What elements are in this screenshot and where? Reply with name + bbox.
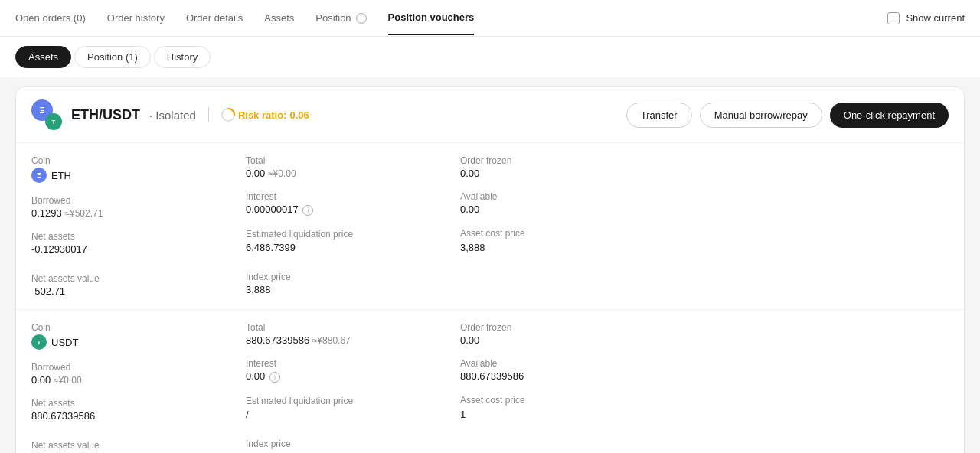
eth-net-assets-label: Net assets: [31, 231, 246, 242]
usdt-col1: Coin T USDT Borrowed 0.00 ≈¥0.00 Net a: [31, 322, 246, 453]
eth-coin-icon: Ξ: [31, 168, 47, 183]
eth-coin-value-row: Ξ ETH: [31, 168, 246, 183]
eth-coin-label: Coin: [31, 155, 246, 166]
usdt-interest-value: 0.00 i: [246, 370, 460, 383]
eth-available-row: Available 0.00: [460, 191, 675, 215]
pair-name: ETH/USDT: [71, 107, 140, 123]
usdt-order-frozen-value: 0.00: [460, 334, 675, 346]
eth-col3: Order frozen 0.00 Available 0.00 Asset c…: [460, 155, 675, 297]
usdt-asset-cost-row: Asset cost price 1: [460, 394, 675, 420]
eth-net-assets-value-amount: -502.71: [31, 285, 246, 297]
usdt-available-row: Available 880.67339586: [460, 358, 675, 382]
nav-open-orders[interactable]: Open orders (0): [15, 2, 86, 34]
header-actions: Transfer Manual borrow/repay One-click r…: [626, 103, 949, 128]
transfer-button[interactable]: Transfer: [626, 103, 692, 128]
usdt-total-value: 880.67339586 ≈¥880.67: [246, 334, 460, 346]
eth-asset-cost-label: Asset cost price: [460, 227, 675, 240]
eth-net-assets-value-row: Net assets value -502.71: [31, 273, 246, 297]
eth-borrowed-row: Borrowed 0.1293 ≈¥502.71: [31, 195, 246, 219]
show-current-checkbox[interactable]: [887, 12, 900, 24]
eth-grid: Coin Ξ ETH Borrowed 0.1293 ≈¥502.71 Ne: [31, 155, 949, 297]
usdt-available-value: 880.67339586: [460, 370, 675, 382]
eth-col2: Total 0.00 ≈¥0.00 Interest 0.00000017 i: [246, 155, 460, 297]
usdt-est-liq-label: Estimated liquidation price: [246, 395, 460, 408]
usdt-interest-info-icon[interactable]: i: [270, 372, 280, 383]
eth-net-assets-row: Net assets -0.12930017: [31, 231, 246, 255]
risk-badge: Risk ratio: 0.06: [221, 108, 309, 122]
position-info-icon[interactable]: i: [356, 13, 367, 24]
usdt-interest-label: Interest: [246, 358, 460, 369]
usdt-coin-value-row: T USDT: [31, 334, 246, 350]
eth-net-assets-value: -0.12930017: [31, 243, 246, 255]
eth-available-label: Available: [460, 191, 675, 202]
eth-total-value: 0.00 ≈¥0.00: [246, 168, 460, 179]
eth-est-liq-label: Estimated liquidation price: [246, 228, 460, 241]
usdt-net-assets-row: Net assets 880.67339586: [31, 398, 246, 422]
sub-tab-position[interactable]: Position (1): [74, 46, 151, 68]
eth-order-frozen-value: 0.00: [460, 168, 675, 179]
usdt-borrowed-value: 0.00 ≈¥0.00: [31, 374, 246, 386]
usdt-est-liq-value: /: [246, 409, 460, 420]
usdt-grid: Coin T USDT Borrowed 0.00 ≈¥0.00 Net a: [31, 322, 949, 453]
eth-coin-name: ETH: [51, 170, 71, 181]
top-nav: Open orders (0) Order history Order deta…: [0, 0, 980, 37]
eth-asset-cost-row: Asset cost price 3,888: [460, 227, 675, 253]
show-current-toggle[interactable]: Show current: [887, 12, 965, 24]
usdt-borrowed-label: Borrowed: [31, 362, 246, 373]
eth-interest-row: Interest 0.00000017 i: [246, 191, 460, 216]
usdt-coin-row: Coin T USDT: [31, 322, 246, 350]
usdt-index-price-row: Index price 1: [246, 438, 460, 453]
risk-icon: [221, 108, 235, 122]
eth-est-liq-value: 6,486.7399: [246, 242, 460, 253]
eth-total-label: Total: [246, 155, 460, 166]
eth-interest-label: Interest: [246, 191, 460, 202]
usdt-net-assets-value: 880.67339586: [31, 410, 246, 422]
eth-section: Coin Ξ ETH Borrowed 0.1293 ≈¥502.71 Ne: [16, 143, 964, 309]
eth-index-price-label: Index price: [246, 272, 460, 282]
main-content: Ξ T ETH/USDT · Isolated Risk ratio: 0.06…: [0, 77, 980, 453]
show-current-label: Show current: [906, 12, 965, 24]
sub-tabs: Assets Position (1) History: [0, 37, 980, 77]
asset-card-eth-usdt: Ξ T ETH/USDT · Isolated Risk ratio: 0.06…: [15, 86, 965, 453]
usdt-asset-cost-label: Asset cost price: [460, 394, 675, 407]
usdt-icon-secondary: T: [45, 113, 62, 130]
eth-order-frozen-label: Order frozen: [460, 155, 675, 166]
one-click-repayment-button[interactable]: One-click repayment: [830, 103, 949, 128]
usdt-interest-row: Interest 0.00 i: [246, 358, 460, 383]
eth-est-liq-row: Estimated liquidation price 6,486.7399: [246, 228, 460, 254]
eth-interest-info-icon[interactable]: i: [302, 205, 313, 216]
sub-tab-history[interactable]: History: [154, 46, 211, 68]
usdt-available-label: Available: [460, 358, 675, 369]
usdt-index-price-label: Index price: [246, 438, 460, 449]
pair-icon: Ξ T: [31, 99, 62, 130]
usdt-section: Coin T USDT Borrowed 0.00 ≈¥0.00 Net a: [16, 309, 964, 453]
eth-net-assets-value-label: Net assets value: [31, 273, 246, 284]
pair-type: · Isolated: [149, 109, 196, 122]
sub-tab-assets[interactable]: Assets: [15, 46, 71, 68]
usdt-asset-cost-value: 1: [460, 409, 675, 420]
usdt-total-label: Total: [246, 322, 460, 333]
nav-assets[interactable]: Assets: [264, 2, 294, 34]
usdt-borrowed-row: Borrowed 0.00 ≈¥0.00: [31, 362, 246, 386]
card-header: Ξ T ETH/USDT · Isolated Risk ratio: 0.06…: [16, 87, 964, 143]
risk-value: 0.06: [289, 109, 309, 121]
usdt-net-assets-label: Net assets: [31, 398, 246, 409]
risk-label: Risk ratio:: [238, 109, 287, 121]
nav-position-vouchers[interactable]: Position vouchers: [388, 1, 475, 35]
usdt-net-assets-value-row: Net assets value 880.67: [31, 440, 246, 453]
nav-order-details[interactable]: Order details: [186, 2, 243, 34]
nav-order-history[interactable]: Order history: [107, 2, 165, 34]
eth-order-frozen-row: Order frozen 0.00: [460, 155, 675, 179]
usdt-net-assets-value-label: Net assets value: [31, 440, 246, 451]
usdt-col3: Order frozen 0.00 Available 880.67339586…: [460, 322, 675, 453]
eth-index-price-value: 3,888: [246, 284, 460, 295]
nav-position[interactable]: Position i: [315, 2, 366, 34]
eth-col1: Coin Ξ ETH Borrowed 0.1293 ≈¥502.71 Ne: [31, 155, 246, 297]
manual-borrow-repay-button[interactable]: Manual borrow/repay: [700, 103, 822, 128]
usdt-coin-name: USDT: [51, 337, 78, 348]
usdt-coin-label: Coin: [31, 322, 246, 333]
eth-total-row: Total 0.00 ≈¥0.00: [246, 155, 460, 179]
usdt-order-frozen-row: Order frozen 0.00: [460, 322, 675, 346]
usdt-coin-icon: T: [31, 334, 47, 350]
eth-borrowed-label: Borrowed: [31, 195, 246, 206]
